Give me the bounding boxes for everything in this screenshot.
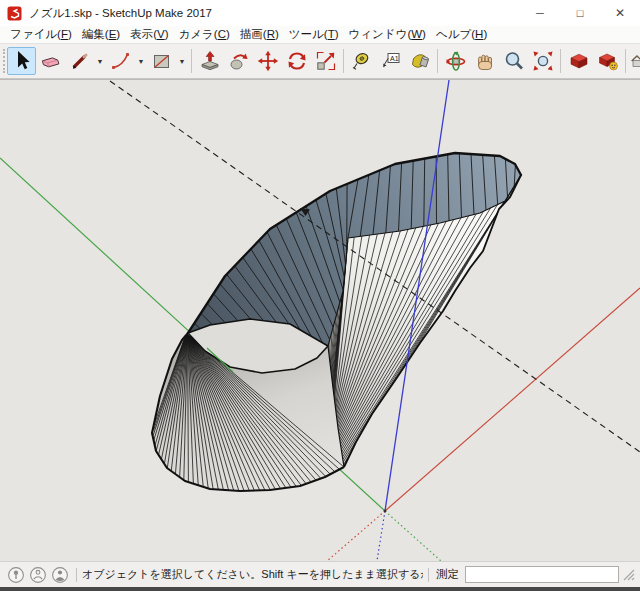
pushpull-tool-button[interactable] (195, 47, 224, 75)
menu-item-tools[interactable]: ツール(T) (284, 27, 344, 42)
status-bar: オブジェクトを選択してください。Shift キーを押したまま選択するか、また..… (0, 561, 640, 587)
resize-grip[interactable] (623, 569, 635, 581)
zoom-extents-tool-button[interactable] (528, 47, 557, 75)
move-icon (256, 49, 280, 73)
svg-text:A1: A1 (390, 55, 399, 62)
extension-warehouse-button[interactable] (629, 47, 640, 75)
status-message: オブジェクトを選択してください。Shift キーを押したまま選択するか、また..… (82, 567, 423, 582)
share-model-icon (596, 49, 620, 73)
status-separator (76, 568, 77, 582)
select-arrow-icon (10, 49, 34, 73)
zoom-tool-button[interactable] (499, 47, 528, 75)
rotate-icon (285, 49, 309, 73)
menu-item-file[interactable]: ファイル(F) (5, 27, 77, 42)
sign-in-icon[interactable] (51, 566, 69, 584)
shapes-tool-dropdown[interactable]: ▼ (176, 47, 188, 75)
move-tool-button[interactable] (253, 47, 282, 75)
tape-measure-icon (350, 49, 374, 73)
toolbar-grip[interactable] (3, 49, 5, 73)
menu-bar: ファイル(F) 編集(E) 表示(V) カメラ(C) 描画(R) ツール(T) … (0, 26, 640, 44)
sketchup-logo-icon (7, 6, 22, 21)
close-button[interactable]: ✕ (600, 0, 640, 26)
toolbar-separator (560, 49, 561, 73)
magnifier-icon (502, 49, 526, 73)
maximize-button[interactable]: □ (560, 0, 600, 26)
zoom-extents-icon (531, 49, 555, 73)
toolbar-separator (437, 49, 438, 73)
menu-item-help[interactable]: ヘルプ(H) (431, 27, 492, 42)
scale-tool-button[interactable] (311, 47, 340, 75)
menu-item-view[interactable]: 表示(V) (125, 27, 173, 42)
pushpull-icon (198, 49, 222, 73)
pencil-icon (68, 49, 92, 73)
line-tool-dropdown[interactable]: ▼ (94, 47, 106, 75)
followme-icon (227, 49, 251, 73)
scale-icon (314, 49, 338, 73)
text-tool-button[interactable]: A1 (376, 47, 405, 75)
title-bar: ノズル1.skp - SketchUp Make 2017 ─ □ ✕ (0, 0, 640, 26)
house-icon (629, 49, 640, 73)
toolbar-separator (625, 49, 626, 73)
geolocation-icon[interactable] (7, 566, 25, 584)
eraser-tool-button[interactable] (36, 47, 65, 75)
claim-credit-icon[interactable] (29, 566, 47, 584)
menu-item-window[interactable]: ウィンドウ(W) (344, 27, 431, 42)
window-title: ノズル1.skp - SketchUp Make 2017 (29, 6, 520, 21)
viewport[interactable] (0, 80, 640, 561)
paint-bucket-tool-button[interactable] (405, 47, 434, 75)
pan-hand-icon (473, 49, 497, 73)
menu-item-edit[interactable]: 編集(E) (77, 27, 125, 42)
toolbar-separator (191, 49, 192, 73)
arc-tool-button[interactable] (106, 47, 135, 75)
sketchup-window: ノズル1.skp - SketchUp Make 2017 ─ □ ✕ ファイル… (0, 0, 640, 591)
warehouse-3d-button[interactable] (564, 47, 593, 75)
followme-tool-button[interactable] (224, 47, 253, 75)
paint-bucket-icon (408, 49, 432, 73)
orbit-tool-button[interactable] (441, 47, 470, 75)
minimize-button[interactable]: ─ (520, 0, 560, 26)
menu-item-draw[interactable]: 描画(R) (235, 27, 284, 42)
toolbar-separator (343, 49, 344, 73)
line-tool-button[interactable] (65, 47, 94, 75)
measurement-label: 測定 (436, 567, 459, 582)
rectangle-icon (150, 49, 174, 73)
select-tool-button[interactable] (7, 47, 36, 75)
window-bottom-edge (0, 587, 640, 591)
viewport-canvas[interactable] (0, 79, 640, 561)
status-separator (428, 568, 429, 582)
menu-item-camera[interactable]: カメラ(C) (174, 27, 235, 42)
eraser-icon (39, 49, 63, 73)
tape-measure-tool-button[interactable] (347, 47, 376, 75)
orbit-icon (444, 49, 468, 73)
arc-icon (109, 49, 133, 73)
pan-tool-button[interactable] (470, 47, 499, 75)
arc-tool-dropdown[interactable]: ▼ (135, 47, 147, 75)
toolbar: ▼ ▼ ▼ (0, 44, 640, 79)
measurement-input[interactable] (465, 566, 619, 583)
rotate-tool-button[interactable] (282, 47, 311, 75)
share-model-button[interactable] (593, 47, 622, 75)
shapes-tool-button[interactable] (147, 47, 176, 75)
axes-origin (384, 510, 387, 513)
3d-warehouse-icon (567, 49, 591, 73)
text-tool-icon: A1 (379, 49, 403, 73)
